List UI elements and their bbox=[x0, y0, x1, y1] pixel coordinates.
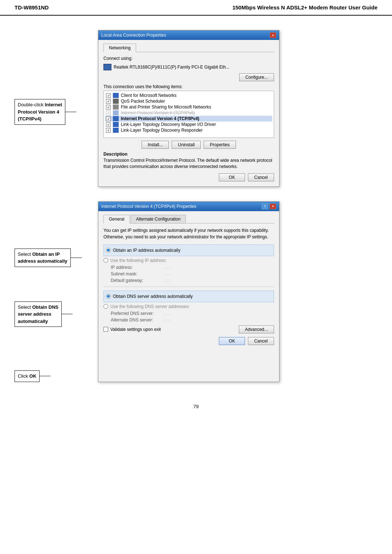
item-checkbox[interactable] bbox=[106, 122, 111, 127]
configure-btn-row: Configure... bbox=[103, 73, 274, 81]
main-content: Double-click InternetProtocol Version 4(… bbox=[0, 16, 392, 397]
item-checkbox[interactable] bbox=[106, 128, 111, 133]
ip-address-dots: . . . bbox=[162, 265, 170, 270]
obtain-ip-label: Obtain an IP address automatically bbox=[113, 248, 180, 253]
dialog1-ok-button[interactable]: OK bbox=[219, 173, 245, 181]
dialog2-titlebar: Internet Protocol Version 4 (TCP/IPv4) P… bbox=[98, 202, 279, 211]
dialog2-title: Internet Protocol Version 4 (TCP/IPv4) P… bbox=[101, 204, 196, 209]
callout2-item: Select Obtain an IPaddress automatically bbox=[15, 249, 98, 267]
header-model: TD-W8951ND bbox=[15, 4, 49, 11]
section-divider bbox=[103, 287, 274, 287]
description-text: Transmission Control Protocol/Internet P… bbox=[103, 157, 274, 170]
callout-spacer2 bbox=[15, 327, 98, 370]
list-item[interactable]: QoS Packet Scheduler bbox=[105, 98, 272, 104]
list-item[interactable]: Internet Protocol Version 6 (TCP/IPv6) bbox=[105, 110, 272, 116]
list-item[interactable]: Link-Layer Topology Discovery Mapper I/O… bbox=[105, 122, 272, 127]
dialog1-close-btn[interactable]: ✕ bbox=[270, 32, 276, 38]
item-checkbox[interactable] bbox=[106, 105, 111, 110]
dialog1-ok-cancel-row: OK Cancel bbox=[103, 173, 274, 181]
item-icon bbox=[113, 122, 119, 127]
dialog1-networking-tab[interactable]: Networking bbox=[103, 44, 136, 52]
header-title: 150Mbps Wireless N ADSL2+ Modem Router U… bbox=[232, 4, 377, 11]
callout3-box: Select Obtain DNSserver addressautomatic… bbox=[15, 301, 62, 327]
dialog2-ok-cancel-row: OK Cancel bbox=[103, 337, 274, 345]
dialog2-general-tab[interactable]: General bbox=[103, 215, 130, 223]
nic-icon bbox=[103, 64, 111, 70]
item-checkbox[interactable] bbox=[106, 111, 111, 115]
alternate-dns-dots: . . . bbox=[162, 317, 170, 323]
dialog2-cancel-button[interactable]: Cancel bbox=[248, 337, 274, 345]
item-icon bbox=[113, 110, 119, 115]
dialog1-cancel-button[interactable]: Cancel bbox=[248, 173, 274, 181]
properties-button[interactable]: Properties bbox=[204, 141, 236, 149]
items-list: Client for Microsoft Networks QoS Packet… bbox=[103, 91, 274, 138]
subnet-mask-label: Subnet mask: bbox=[111, 271, 162, 276]
use-following-ip-radio[interactable] bbox=[103, 258, 108, 263]
callout4-item: Click OK bbox=[15, 370, 98, 382]
obtain-dns-label: Obtain DNS server address automatically bbox=[113, 294, 193, 299]
obtain-ip-radio[interactable] bbox=[106, 248, 111, 253]
description-label: Description bbox=[103, 152, 274, 157]
page-header: TD-W8951ND 150Mbps Wireless N ADSL2+ Mod… bbox=[0, 0, 392, 16]
dialog2-tabs: General Alternate Configuration bbox=[103, 215, 274, 223]
advanced-button[interactable]: Advanced... bbox=[239, 325, 274, 333]
description-box: Description Transmission Control Protoco… bbox=[103, 152, 274, 170]
default-gateway-label: Default gateway: bbox=[111, 278, 162, 283]
item-label: QoS Packet Scheduler bbox=[121, 99, 165, 104]
dialog1-titlebar: Local Area Connection Properties ✕ bbox=[98, 30, 279, 40]
item-icon bbox=[113, 93, 119, 98]
list-item[interactable]: Client for Microsoft Networks bbox=[105, 93, 272, 98]
item-icon bbox=[113, 116, 119, 121]
dialog2: Internet Protocol Version 4 (TCP/IPv4) P… bbox=[98, 201, 279, 382]
dialog2-ok-button[interactable]: OK bbox=[219, 337, 245, 345]
list-item[interactable]: Link-Layer Topology Discovery Responder bbox=[105, 127, 272, 133]
use-following-dns-radio[interactable] bbox=[103, 304, 108, 309]
item-checkbox[interactable] bbox=[106, 93, 111, 98]
obtain-dns-radio-row: Obtain DNS server address automatically bbox=[106, 294, 271, 299]
obtain-dns-radio[interactable] bbox=[106, 294, 111, 299]
callout3-item: Select Obtain DNSserver addressautomatic… bbox=[15, 301, 98, 327]
callout1-item: Double-click InternetProtocol Version 4(… bbox=[15, 99, 98, 125]
list-item[interactable]: File and Printer Sharing for Microsoft N… bbox=[105, 104, 272, 110]
item-label: Link-Layer Topology Discovery Mapper I/O… bbox=[121, 122, 216, 127]
subnet-mask-row: Subnet mask: . . . bbox=[111, 271, 274, 276]
item-label: File and Printer Sharing for Microsoft N… bbox=[121, 104, 211, 110]
obtain-dns-row[interactable]: Obtain DNS server address automatically bbox=[103, 291, 274, 302]
ip-address-label: IP address: bbox=[111, 265, 162, 270]
dialog2-info-text: You can get IP settings assigned automat… bbox=[103, 227, 274, 240]
obtain-ip-row[interactable]: Obtain an IP address automatically bbox=[103, 245, 274, 256]
connect-using-row: Realtek RTL8168C(P)/8111C(P) Family PCI-… bbox=[103, 64, 274, 70]
install-button[interactable]: Install... bbox=[142, 141, 169, 149]
items-label: This connection uses the following items… bbox=[103, 84, 274, 89]
configure-button[interactable]: Configure... bbox=[239, 73, 274, 81]
dns-fields: Preferred DNS server: . . . Alternate DN… bbox=[103, 311, 274, 323]
item-icon bbox=[113, 99, 119, 104]
callout4-text: Click OK bbox=[18, 373, 36, 379]
dialog2-body: General Alternate Configuration You can … bbox=[98, 211, 279, 350]
validate-row: Validate settings upon exit Advanced... bbox=[103, 325, 274, 333]
callout2-text: Select Obtain an IPaddress automatically bbox=[18, 251, 68, 264]
item-checkbox[interactable] bbox=[106, 116, 111, 121]
item-checkbox[interactable] bbox=[106, 99, 111, 104]
dialog2-close-btn[interactable]: ✕ bbox=[270, 204, 276, 209]
uninstall-button[interactable]: Uninstall bbox=[172, 141, 201, 149]
validate-checkbox-row: Validate settings upon exit bbox=[103, 327, 161, 332]
alternate-dns-label: Alternate DNS server: bbox=[111, 317, 162, 323]
item-icon bbox=[113, 104, 119, 110]
callout2-line bbox=[71, 258, 82, 258]
preferred-dns-dots: . . . bbox=[162, 311, 170, 316]
item-label: Link-Layer Topology Discovery Responder bbox=[121, 128, 203, 133]
dialog1: Local Area Connection Properties ✕ Netwo… bbox=[98, 30, 279, 187]
dialog2-alt-config-tab[interactable]: Alternate Configuration bbox=[131, 215, 186, 223]
dialog2-help-btn[interactable]: ? bbox=[262, 204, 268, 209]
callout1-box: Double-click InternetProtocol Version 4(… bbox=[15, 99, 65, 125]
page-number: 79 bbox=[0, 397, 392, 416]
validate-checkbox[interactable] bbox=[103, 327, 108, 332]
callout3-line bbox=[62, 314, 73, 314]
dialog1-body: Networking Connect using: Realtek RTL816… bbox=[98, 40, 279, 186]
use-following-dns-label: Use the following DNS server addresses: bbox=[110, 304, 190, 309]
ip-fields: IP address: . . . Subnet mask: . . . Def… bbox=[103, 265, 274, 283]
list-item-selected[interactable]: Internet Protocol Version 4 (TCP/IPv4) bbox=[105, 116, 272, 122]
dialog1-titlebar-icons: ✕ bbox=[270, 32, 276, 38]
adapter-name: Realtek RTL8168C(P)/8111C(P) Family PCI-… bbox=[114, 65, 274, 70]
